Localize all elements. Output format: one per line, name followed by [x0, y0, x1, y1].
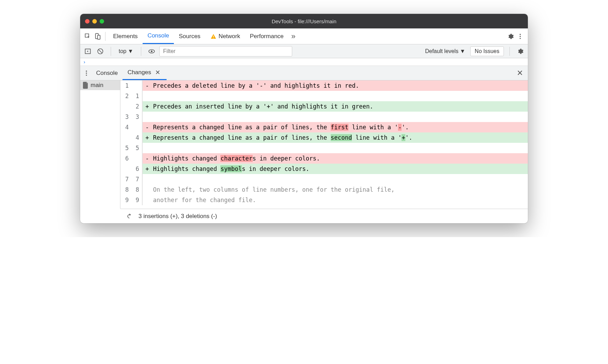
- svg-rect-1: [98, 35, 100, 39]
- diff-line: 6+Highlights changed symbols in deeper c…: [120, 164, 528, 174]
- diff-marker: [143, 143, 152, 153]
- svg-point-11: [151, 50, 153, 52]
- diff-content: another for the changed file.: [152, 195, 528, 205]
- main-toolbar: Elements Console Sources Network Perform…: [80, 28, 528, 44]
- separator: [509, 47, 510, 56]
- warning-icon: [210, 33, 217, 40]
- line-number-old: 5: [120, 143, 131, 153]
- console-toolbar: top ▼ Default levels ▼ No Issues: [80, 44, 528, 58]
- drawer-tab-label: Console: [96, 70, 118, 77]
- line-number-new: 8: [131, 184, 141, 195]
- file-item[interactable]: main: [80, 80, 120, 90]
- tab-performance[interactable]: Performance: [245, 28, 288, 44]
- tab-console[interactable]: Console: [143, 28, 174, 44]
- device-toolbar-icon[interactable]: [93, 32, 102, 41]
- devtools-window: DevTools - file:///Users/main Elements C…: [80, 14, 528, 223]
- diff-line: 99another for the changed file.: [120, 195, 528, 205]
- console-settings-gear-icon[interactable]: [515, 46, 525, 56]
- tab-elements[interactable]: Elements: [108, 28, 143, 44]
- diff-line: 33: [120, 112, 528, 122]
- svg-point-5: [520, 36, 521, 37]
- drawer-tab-console[interactable]: Console: [91, 66, 123, 80]
- inspect-element-icon[interactable]: [83, 32, 93, 41]
- log-levels-selector[interactable]: Default levels ▼: [423, 48, 467, 54]
- zoom-window-button[interactable]: [100, 19, 104, 24]
- tab-label: Console: [147, 32, 169, 39]
- line-number-old: 7: [120, 174, 131, 184]
- diff-content: Precedes a deleted line by a '-' and hig…: [152, 80, 528, 91]
- filter-input[interactable]: [159, 46, 292, 57]
- revert-icon[interactable]: [125, 211, 134, 221]
- svg-rect-3: [213, 37, 214, 38]
- diff-line: 77: [120, 174, 528, 184]
- line-number-new: 6: [131, 164, 141, 174]
- diff-content: Highlights changed symbols in deeper col…: [152, 164, 528, 174]
- diff-line: 55: [120, 143, 528, 153]
- diff-marker: +: [143, 101, 152, 112]
- line-number-new: [131, 122, 141, 132]
- tab-label: Performance: [250, 33, 284, 40]
- clear-console-icon[interactable]: [95, 46, 105, 56]
- diff-view[interactable]: 1-Precedes a deleted line by a '-' and h…: [120, 80, 528, 209]
- svg-point-14: [86, 75, 87, 76]
- titlebar: DevTools - file:///Users/main: [80, 14, 528, 28]
- diff-marker: -: [143, 122, 152, 132]
- diff-content: Precedes an inserted line by a '+' and h…: [152, 101, 528, 112]
- file-tree: main: [80, 80, 120, 209]
- line-number-new: 2: [131, 101, 141, 112]
- drawer-tabs: Console Changes ✕ ✕: [80, 66, 528, 80]
- levels-label: Default levels: [425, 48, 458, 54]
- separator: [111, 47, 111, 56]
- settings-gear-icon[interactable]: [506, 32, 515, 41]
- tab-label: Elements: [113, 33, 138, 40]
- tab-label: Network: [219, 33, 240, 40]
- live-expression-icon[interactable]: [147, 46, 157, 56]
- line-number-old: 1: [120, 80, 131, 91]
- svg-point-12: [86, 70, 87, 71]
- minimize-window-button[interactable]: [92, 19, 97, 24]
- diff-content: [152, 143, 528, 153]
- diff-marker: [143, 112, 152, 122]
- svg-rect-2: [213, 35, 214, 37]
- changes-panel: main 1-Precedes a deleted line by a '-' …: [80, 80, 528, 209]
- line-number-old: 6: [120, 153, 131, 164]
- line-number-old: 2: [120, 91, 131, 101]
- line-number-old: 3: [120, 112, 131, 122]
- changes-summary: 3 insertions (+), 3 deletions (-): [138, 213, 217, 220]
- line-number-old: [120, 101, 131, 112]
- file-name: main: [91, 82, 103, 89]
- drawer-kebab-menu-icon[interactable]: [82, 68, 91, 78]
- kebab-menu-icon[interactable]: [515, 32, 525, 41]
- console-sidebar-toggle-icon[interactable]: [83, 46, 93, 56]
- diff-line: 1-Precedes a deleted line by a '-' and h…: [120, 80, 528, 91]
- diff-content: Highlights changed characters in deeper …: [152, 153, 528, 164]
- window-title: DevTools - file:///Users/main: [80, 18, 528, 24]
- tab-label: Sources: [179, 33, 200, 40]
- context-selector[interactable]: top ▼: [117, 47, 135, 56]
- line-number-old: 8: [120, 184, 131, 195]
- console-prompt[interactable]: ›: [80, 58, 528, 66]
- issues-label: No Issues: [475, 48, 499, 54]
- diff-content: On the left, two columns of line numbers…: [152, 184, 528, 195]
- chevron-down-icon: ▼: [460, 48, 465, 54]
- line-number-new: 4: [131, 132, 141, 143]
- separator: [141, 47, 141, 56]
- line-number-old: [120, 164, 131, 174]
- line-number-old: 4: [120, 122, 131, 132]
- close-drawer-icon[interactable]: ✕: [513, 69, 526, 78]
- separator: [105, 32, 105, 41]
- close-tab-icon[interactable]: ✕: [154, 67, 162, 78]
- more-tabs-icon[interactable]: »: [288, 32, 298, 41]
- line-number-old: [120, 132, 131, 143]
- drawer-tab-changes[interactable]: Changes ✕: [123, 66, 167, 80]
- diff-line: 4-Represents a changed line as a pair of…: [120, 122, 528, 132]
- issues-button[interactable]: No Issues: [470, 46, 504, 56]
- line-number-new: 1: [131, 91, 141, 101]
- diff-line: 21: [120, 91, 528, 101]
- diff-content: Represents a changed line as a pair of l…: [152, 122, 528, 132]
- tab-network[interactable]: Network: [205, 28, 245, 44]
- close-window-button[interactable]: [85, 19, 90, 24]
- tab-sources[interactable]: Sources: [174, 28, 205, 44]
- svg-point-4: [520, 34, 521, 35]
- diff-line: 88On the left, two columns of line numbe…: [120, 184, 528, 195]
